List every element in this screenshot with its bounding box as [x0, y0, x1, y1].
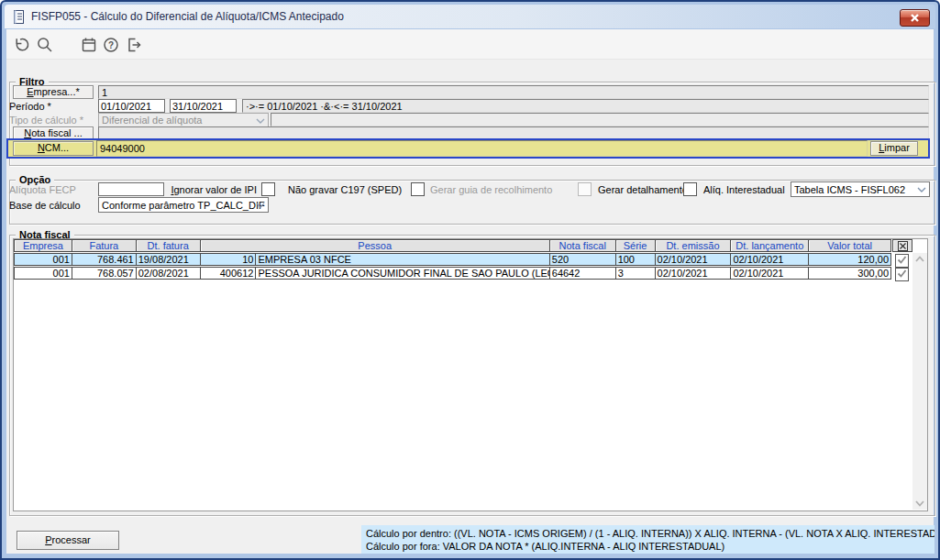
gerar-guia-label: Gerar guia de recolhimento [430, 183, 552, 196]
tipo-calculo-label: Tipo de cálculo * [9, 114, 83, 126]
chevron-down-icon [256, 203, 265, 208]
base-calculo-select[interactable]: Conforme parâmetro TP_CALC_DIF [98, 197, 269, 213]
table-row[interactable]: 001 768.057 02/08/2021 400612 PESSOA JUR… [14, 267, 891, 280]
tipo-calculo-extra-field [271, 113, 929, 126]
close-button[interactable] [900, 9, 930, 27]
close-icon [910, 14, 920, 22]
base-calculo-label: Base de cálculo [9, 199, 81, 212]
grid-header-row: Empresa Fatura Dt. fatura Pessoa Nota fi… [14, 239, 891, 252]
cell-valor-total: 300,00 [809, 268, 890, 279]
help-icon[interactable]: ? [101, 35, 121, 55]
cell-dt-lancamento: 02/10/2021 [731, 268, 809, 279]
scroll-down-icon[interactable] [914, 500, 925, 508]
cell-serie: 100 [616, 254, 656, 265]
cell-fatura: 768.461 [72, 254, 137, 265]
column-header-serie[interactable]: Série [616, 240, 656, 251]
cell-dt-fatura: 19/08/2021 [137, 254, 201, 265]
window-title: FISFP055 - Cálculo do Diferencial de Alí… [31, 10, 344, 23]
cell-nota-fiscal: 64642 [550, 268, 616, 279]
aliquota-fecp-input[interactable] [98, 182, 164, 196]
cell-dt-fatura: 02/08/2021 [137, 268, 201, 279]
periodo-from-input[interactable]: 01/10/2021 [98, 99, 165, 113]
window-frame: FISFP055 - Cálculo do Diferencial de Alí… [0, 0, 940, 560]
gerar-detalhamento-label: Gerar detalhamento [598, 183, 688, 196]
selection-column-header[interactable] [892, 239, 912, 252]
nao-gravar-c197-label: Não gravar C197 (SPED) [288, 183, 402, 196]
grid: Empresa Fatura Dt. fatura Pessoa Nota fi… [14, 239, 891, 280]
cell-pessoa-nome: EMPRESA 03 NFCE [256, 254, 549, 265]
column-header-fatura[interactable]: Fatura [72, 240, 137, 251]
client-area: ? Filtro Empresa...* 1 Período * 01/10/2… [6, 29, 934, 554]
ignorar-ipi-label: Ignorar valor de IPI [165, 183, 257, 196]
periodo-display-field: ·>·= 01/10/2021 ·&·<·= 31/10/2021 [242, 99, 929, 113]
column-header-empresa[interactable]: Empresa [15, 240, 72, 251]
cell-dt-lancamento: 02/10/2021 [731, 254, 809, 265]
ncm-focus-row: NCM... 94049000 Limpar [6, 138, 930, 159]
toolbar: ? [6, 29, 934, 60]
svg-text:?: ? [108, 40, 114, 50]
ncm-value-field[interactable]: 94049000 [96, 140, 868, 157]
undo-icon[interactable] [10, 35, 30, 55]
periodo-label: Período * [9, 100, 51, 113]
base-calculo-value: Conforme parâmetro TP_CALC_DIF [102, 199, 265, 212]
titlebar: FISFP055 - Cálculo do Diferencial de Alí… [5, 5, 935, 28]
column-header-dt-lancamento[interactable]: Dt. lançamento [731, 240, 809, 251]
aliquota-fecp-label: Alíquota FECP [9, 183, 76, 196]
column-header-valor-total[interactable]: Valor total [809, 240, 890, 251]
search-icon[interactable] [35, 35, 55, 55]
gerar-guia-checkbox [578, 182, 592, 196]
formula-info: Cálculo por dentro: ((VL. NOTA - ICMS OR… [361, 525, 934, 554]
ncm-button[interactable]: NCM... [13, 141, 94, 156]
aliq-interestadual-label: Alíq. Interestadual [703, 183, 785, 196]
aliq-interestadual-select[interactable]: Tabela ICMS - FISFL062 [791, 181, 930, 197]
cell-dt-emissao: 02/10/2021 [656, 254, 732, 265]
cell-empresa: 001 [15, 268, 72, 279]
cell-dt-emissao: 02/10/2021 [656, 268, 732, 279]
cell-pessoa-codigo: 400612 [201, 268, 257, 279]
checkbox-x-icon [898, 241, 908, 251]
tipo-calculo-select[interactable]: Diferencial de alíquota [98, 113, 269, 127]
periodo-to-input[interactable]: 31/10/2021 [170, 99, 237, 113]
gerar-detalhamento-checkbox[interactable] [683, 182, 697, 196]
row-checkbox[interactable] [895, 268, 909, 281]
vertical-scrollbar[interactable] [912, 253, 927, 510]
cell-pessoa-codigo: 10 [201, 254, 257, 265]
formula-line-2: Cálculo por fora: VALOR DA NOTA * (ALIQ.… [366, 540, 934, 553]
column-header-nota-fiscal[interactable]: Nota fiscal [550, 240, 616, 251]
aliq-interestadual-value: Tabela ICMS - FISFL062 [794, 183, 905, 196]
exit-icon[interactable] [124, 35, 144, 55]
document-icon [12, 9, 26, 25]
column-header-pessoa[interactable]: Pessoa [201, 240, 550, 251]
row-checkbox[interactable] [895, 254, 909, 268]
column-header-dt-fatura[interactable]: Dt. fatura [137, 240, 201, 251]
cell-nota-fiscal: 520 [550, 254, 616, 265]
cell-empresa: 001 [15, 254, 72, 265]
tipo-calculo-value: Diferencial de alíquota [102, 114, 202, 126]
chevron-down-icon [917, 187, 926, 192]
processar-button[interactable]: Processar [17, 531, 119, 550]
cell-fatura: 768.057 [72, 268, 137, 279]
cell-serie: 3 [616, 268, 656, 279]
column-header-dt-emissao[interactable]: Dt. emissão [656, 240, 732, 251]
cell-pessoa-nome: PESSOA JURIDICA CONSUMIDOR FINAL DE SAO … [256, 268, 549, 279]
formula-line-1: Cálculo por dentro: ((VL. NOTA - ICMS OR… [366, 527, 934, 540]
cell-valor-total: 120,00 [809, 254, 890, 265]
limpar-button[interactable]: Limpar [870, 141, 918, 156]
empresa-value-field: 1 [98, 85, 929, 99]
empresa-button[interactable]: Empresa...* [13, 85, 94, 99]
calendar-icon[interactable] [79, 35, 99, 55]
scroll-up-icon[interactable] [914, 255, 925, 263]
table-row[interactable]: 001 768.461 19/08/2021 10 EMPRESA 03 NFC… [14, 253, 891, 266]
nao-gravar-c197-checkbox[interactable] [411, 182, 425, 196]
chevron-down-icon [256, 118, 265, 124]
nota-fiscal-table: Empresa Fatura Dt. fatura Pessoa Nota fi… [13, 238, 928, 511]
ignorar-ipi-checkbox[interactable] [261, 182, 275, 196]
